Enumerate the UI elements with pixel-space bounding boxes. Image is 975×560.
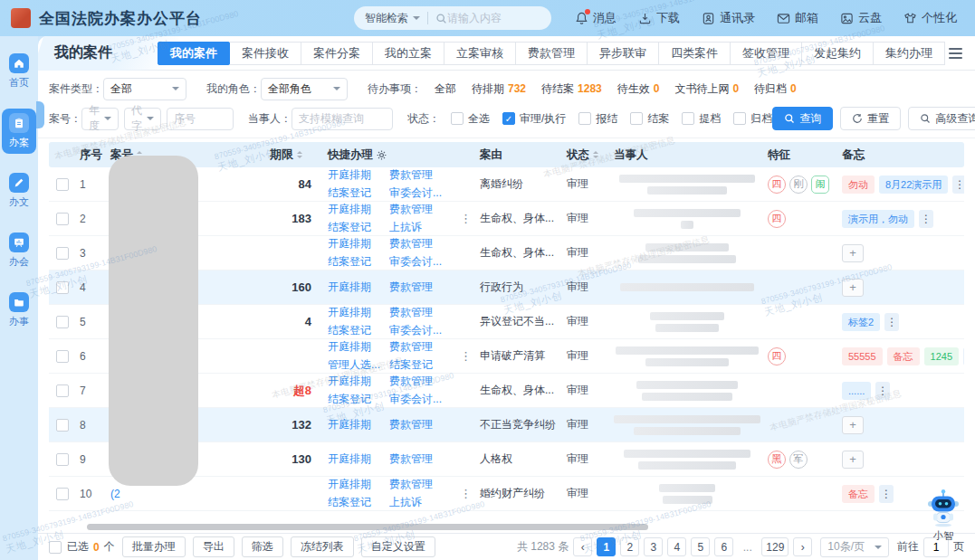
column-header[interactable]: 快捷办理 (324, 147, 476, 163)
action-link[interactable]: 开庭排期 (328, 477, 384, 492)
todo-item[interactable]: 待排期732 (472, 81, 526, 97)
next-page-button[interactable]: › (793, 537, 812, 556)
tab[interactable]: 异步联审 (587, 42, 659, 65)
action-link[interactable]: 开庭排期 (328, 374, 384, 389)
todo-item[interactable]: 待结案1283 (541, 81, 602, 97)
memo-add-button[interactable]: + (842, 244, 864, 262)
memo-tag[interactable]: 备忘 (887, 347, 920, 365)
tab[interactable]: 签收管理 (730, 42, 802, 65)
action-link[interactable]: 费款管理 (389, 280, 454, 295)
tab[interactable]: 我的立案 (372, 42, 444, 65)
status-checkbox[interactable]: 全选 (451, 111, 490, 127)
row-checkbox[interactable] (56, 247, 69, 260)
row-checkbox[interactable] (56, 419, 69, 432)
tab[interactable]: 发起集约 (801, 42, 874, 65)
action-link[interactable]: 费款管理 (389, 417, 454, 432)
word-select[interactable]: 代字 (124, 108, 161, 130)
action-link[interactable]: 费款管理 (389, 236, 454, 252)
more-actions-icon[interactable]: ⋮ (458, 349, 473, 363)
sidebar-collapse-handle[interactable] (36, 101, 44, 128)
action-link[interactable]: 审委会讨... (389, 254, 454, 270)
more-actions-icon[interactable]: ⋮ (458, 487, 473, 500)
status-checkbox[interactable]: ✓审理/执行 (502, 111, 566, 127)
nav-personalize[interactable]: 个性化 (903, 10, 957, 26)
search-mode-select[interactable]: 智能检索 (365, 11, 408, 26)
action-link[interactable]: 费款管理 (389, 477, 454, 492)
page-button[interactable]: 2 (620, 537, 639, 556)
row-checkbox[interactable] (56, 384, 69, 397)
memo-more-icon[interactable]: ⋮ (875, 382, 890, 400)
reset-button[interactable]: 重置 (840, 107, 901, 130)
action-link[interactable]: 开庭排期 (328, 236, 384, 252)
action-link[interactable]: 费款管理 (389, 305, 454, 320)
footer-button[interactable]: 自定义设置 (361, 536, 435, 557)
sidebar-item-home[interactable]: 首页 (2, 49, 36, 94)
action-link[interactable]: 结案登记 (328, 254, 384, 270)
case-type-select[interactable]: 全部 (103, 78, 186, 100)
action-link[interactable]: 管理人选... (328, 357, 384, 373)
action-link[interactable]: 开庭排期 (328, 451, 384, 467)
role-select[interactable]: 全部角色 (261, 78, 348, 100)
row-checkbox[interactable] (56, 453, 69, 466)
action-link[interactable]: 结案登记 (328, 495, 384, 510)
memo-more-icon[interactable]: ⋮ (963, 347, 964, 365)
action-link[interactable]: 审委会讨... (389, 392, 454, 407)
seq-input[interactable] (167, 108, 234, 130)
footer-button[interactable]: 批量办理 (122, 536, 186, 557)
memo-more-icon[interactable]: ⋮ (884, 313, 899, 331)
todo-item[interactable]: 待生效0 (617, 81, 660, 97)
action-link[interactable]: 开庭排期 (328, 417, 384, 432)
action-link[interactable]: 费款管理 (389, 167, 454, 183)
tab[interactable]: 集约办理 (873, 42, 945, 65)
advanced-search-button[interactable]: 高级查询 (908, 107, 975, 130)
prev-page-button[interactable]: ‹ (573, 537, 592, 556)
footer-button[interactable]: 冻结列表 (291, 536, 354, 557)
row-checkbox[interactable] (56, 178, 69, 191)
page-button[interactable]: 5 (691, 537, 710, 556)
tab[interactable]: 立案审核 (444, 42, 516, 65)
more-actions-icon[interactable]: ⋮ (458, 212, 473, 225)
horizontal-scrollbar[interactable] (87, 524, 648, 530)
footer-button[interactable]: 导出 (193, 536, 234, 557)
action-link[interactable]: 结案登记 (328, 220, 384, 235)
action-link[interactable]: 费款管理 (389, 451, 454, 467)
row-checkbox[interactable] (56, 316, 69, 328)
action-link[interactable]: 上抗诉 (389, 495, 454, 510)
memo-add-button[interactable]: + (842, 279, 864, 297)
row-checkbox[interactable] (56, 350, 69, 363)
page-button[interactable]: 3 (644, 537, 663, 556)
search-input[interactable] (447, 12, 531, 24)
action-link[interactable]: 费款管理 (389, 339, 454, 355)
action-link[interactable]: 开庭排期 (328, 202, 384, 217)
memo-more-icon[interactable]: ⋮ (879, 485, 894, 503)
status-checkbox[interactable]: 报结 (578, 111, 617, 127)
nav-download[interactable]: 下载 (638, 10, 680, 26)
case-number-link[interactable]: (2 (107, 488, 266, 500)
action-link[interactable]: 审委会讨... (389, 185, 454, 201)
action-link[interactable]: 审委会讨... (389, 323, 454, 338)
footer-button[interactable]: 筛选 (242, 536, 283, 557)
page-button[interactable]: 4 (667, 537, 686, 556)
sidebar-item-case[interactable]: 办案 (2, 109, 36, 154)
memo-tag[interactable]: 演示用，勿动 (842, 210, 914, 228)
action-link[interactable]: 开庭排期 (328, 167, 384, 183)
tab[interactable]: 我的案件 (158, 42, 230, 65)
memo-tag[interactable]: ...... (842, 382, 871, 400)
tab[interactable]: 四类案件 (658, 42, 731, 65)
action-link[interactable]: 费款管理 (389, 374, 454, 389)
memo-tag[interactable]: 55555 (842, 347, 883, 365)
sort-icon[interactable] (593, 151, 598, 158)
todo-item[interactable]: 待归档0 (754, 81, 797, 97)
memo-add-button[interactable]: + (842, 416, 864, 434)
action-link[interactable]: 开庭排期 (328, 339, 384, 355)
status-checkbox[interactable]: 归档 (733, 111, 772, 127)
action-link[interactable]: 上抗诉 (389, 220, 454, 235)
page-size-select[interactable]: 10条/页 (820, 537, 889, 557)
row-checkbox[interactable] (56, 213, 69, 225)
gear-icon[interactable] (377, 150, 387, 160)
row-checkbox[interactable] (56, 281, 69, 294)
nav-contacts[interactable]: 通讯录 (702, 10, 755, 26)
action-link[interactable]: 费款管理 (389, 202, 454, 217)
action-link[interactable]: 结案登记 (328, 323, 384, 338)
memo-tag[interactable]: 8月22演示用 (879, 176, 948, 194)
